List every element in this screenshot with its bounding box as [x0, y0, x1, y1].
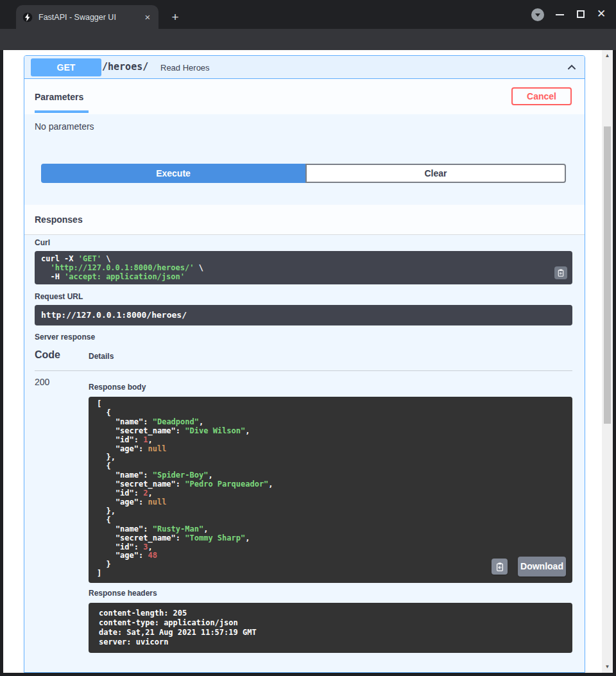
responses-header: Responses: [24, 205, 585, 235]
copy-curl-button[interactable]: [554, 266, 567, 279]
new-tab-button[interactable]: +: [168, 10, 182, 24]
clear-button[interactable]: Clear: [305, 164, 566, 183]
request-url-block: http://127.0.0.1:8000/heroes/: [35, 305, 572, 325]
page-scrollbar[interactable]: ▲ ▼: [602, 50, 613, 673]
response-headers-label: Response headers: [89, 589, 157, 598]
collapse-chevron-icon[interactable]: [567, 62, 577, 73]
fastapi-favicon-icon: [22, 12, 33, 22]
request-url-label: Request URL: [35, 292, 83, 301]
curl-command-block: curl -X 'GET' \ 'http://127.0.0.1:8000/h…: [35, 251, 572, 284]
code-column-header: Code: [35, 349, 60, 361]
opblock-summary[interactable]: GET /heroes/ Read Heroes: [24, 56, 585, 79]
parameters-tab-underline: [35, 110, 89, 113]
response-body-block: [ { "name": "Deadpond", "secret_name": "…: [89, 397, 572, 583]
responses-title: Responses: [35, 214, 83, 225]
response-headers-block: content-length: 205content-type: applica…: [89, 603, 572, 653]
request-url-value: http://127.0.0.1:8000/heroes/: [41, 310, 566, 320]
table-divider: [35, 370, 572, 371]
endpoint-summary: Read Heroes: [160, 63, 210, 73]
parameters-header: Parameters Cancel: [24, 79, 585, 114]
copy-response-button[interactable]: [492, 559, 508, 575]
window-close-button[interactable]: ✕: [595, 8, 607, 20]
no-parameters-message: No parameters: [35, 121, 94, 132]
browser-tab[interactable]: FastAPI - Swagger UI ×: [16, 5, 158, 29]
browser-window: FastAPI - Swagger UI × + ✕ i 127.0.0.1:8…: [0, 0, 616, 676]
responses-body: Curl curl -X 'GET' \ 'http://127.0.0.1:8…: [24, 235, 585, 673]
minimize-button[interactable]: [556, 14, 564, 15]
method-badge: GET: [31, 58, 101, 76]
scroll-down-icon[interactable]: ▼: [602, 663, 613, 672]
tab-strip: FastAPI - Swagger UI × + ✕: [0, 0, 616, 29]
endpoint-path: /heroes/: [102, 61, 148, 73]
tab-title: FastAPI - Swagger UI: [38, 13, 142, 22]
tab-close-icon[interactable]: ×: [142, 12, 153, 23]
browser-toolbar: i 127.0.0.1:8000/docs#/default/read_hero…: [0, 29, 616, 50]
scrollbar-thumb[interactable]: [604, 126, 611, 424]
parameters-body: No parameters Execute Clear: [24, 114, 585, 205]
server-response-label: Server response: [35, 333, 95, 342]
curl-label: Curl: [35, 238, 50, 247]
download-button[interactable]: Download: [518, 557, 566, 576]
status-code: 200: [35, 377, 49, 387]
response-body-label: Response body: [89, 383, 146, 392]
execute-button[interactable]: Execute: [41, 164, 305, 183]
scroll-up-icon[interactable]: ▲: [602, 51, 613, 60]
opblock-get-heroes: GET /heroes/ Read Heroes Parameters Canc…: [24, 55, 585, 673]
cancel-button[interactable]: Cancel: [511, 87, 572, 105]
tab-parameters[interactable]: Parameters: [35, 92, 83, 102]
tab-search-icon[interactable]: [531, 8, 544, 21]
chevron-down-icon: [535, 13, 540, 17]
page-content: GET /heroes/ Read Heroes Parameters Canc…: [3, 50, 602, 673]
details-column-header: Details: [89, 352, 114, 361]
maximize-button[interactable]: [577, 10, 585, 18]
